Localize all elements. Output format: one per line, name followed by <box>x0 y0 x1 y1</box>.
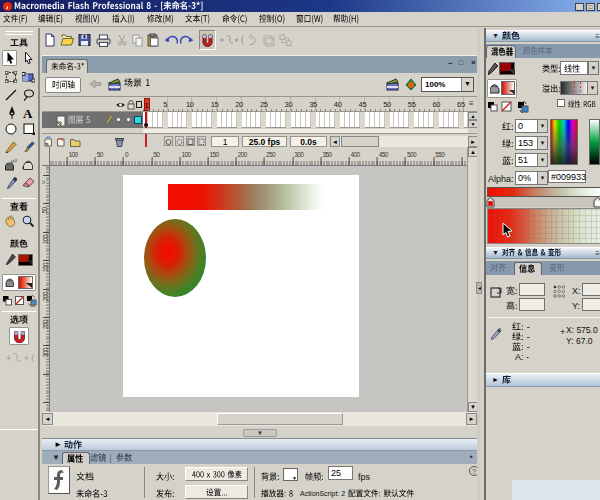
svg-text:A: A <box>23 106 33 119</box>
